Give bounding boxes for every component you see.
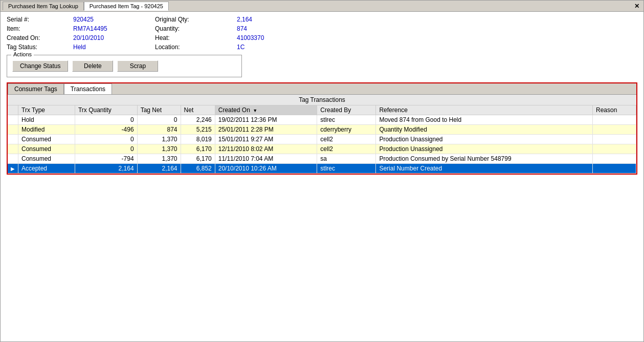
tag-net-cell: 1,370: [137, 135, 181, 144]
heat-value: 41003370: [237, 34, 319, 41]
created-on-label: Created On:: [7, 34, 73, 41]
info-grid: Serial #: 920425 Original Qty: 2,164 Ite…: [7, 16, 637, 51]
table-row[interactable]: Consumed01,3708,01915/01/2011 9:27 AMcel…: [8, 135, 636, 144]
title-bar: Purchased Item Tag Lookup Purchased Item…: [1, 1, 643, 12]
created-on-cell: 20/10/2010 10:26 AM: [215, 164, 317, 174]
item-value: RM7A14495: [73, 25, 155, 32]
created-by-cell: cderryberry: [317, 125, 376, 135]
trx-type-cell: Modified: [18, 125, 75, 135]
tag-net-cell: 874: [137, 125, 181, 135]
serial-label: Serial #:: [7, 16, 73, 23]
main-window: Purchased Item Tag Lookup Purchased Item…: [0, 0, 644, 342]
actions-box: Actions Change Status Delete Scrap: [7, 55, 242, 77]
trx-quantity-cell: 0: [75, 144, 137, 154]
scrap-button[interactable]: Scrap: [117, 60, 158, 72]
close-button[interactable]: ✕: [632, 3, 641, 10]
tag-net-cell: 0: [137, 115, 181, 125]
tag-net-cell: 2,164: [137, 164, 181, 174]
row-indicator: ▶: [8, 164, 18, 174]
net-cell: 6,852: [181, 164, 215, 174]
created-by-cell: cell2: [317, 144, 376, 154]
actions-legend: Actions: [11, 51, 34, 57]
created-on-cell: 11/11/2010 7:04 AM: [215, 154, 317, 164]
created-on-cell: 15/01/2011 9:27 AM: [215, 135, 317, 144]
tag-net-cell: 1,370: [137, 144, 181, 154]
col-trx-quantity: Trx Quantity: [75, 105, 137, 115]
tab-purchased-item-tag-920425[interactable]: Purchased Item Tag - 920425: [84, 2, 169, 11]
trx-quantity-cell: 0: [75, 115, 137, 125]
trx-quantity-cell: 2,164: [75, 164, 137, 174]
row-indicator: [8, 135, 18, 144]
reason-cell: [593, 164, 636, 174]
original-qty-value: 2,164: [237, 16, 319, 23]
row-indicator: [8, 154, 18, 164]
reason-cell: [593, 154, 636, 164]
reason-cell: [593, 135, 636, 144]
quantity-label: Quantity:: [155, 25, 237, 32]
tag-net-cell: 1,370: [137, 154, 181, 164]
net-cell: 2,246: [181, 115, 215, 125]
tag-status-label: Tag Status:: [7, 44, 73, 51]
trx-type-cell: Consumed: [18, 135, 75, 144]
table-row[interactable]: Modified-4968745,21525/01/2011 2:28 PMcd…: [8, 125, 636, 135]
table-row[interactable]: Consumed01,3706,17012/11/2010 8:02 AMcel…: [8, 144, 636, 154]
tab-consumer-tags[interactable]: Consumer Tags: [8, 83, 64, 94]
created-on-cell: 12/11/2010 8:02 AM: [215, 144, 317, 154]
reason-cell: [593, 115, 636, 125]
trx-type-cell: Consumed: [18, 154, 75, 164]
reference-cell: Moved 874 from Good to Held: [376, 115, 593, 125]
net-cell: 6,170: [181, 144, 215, 154]
col-created-by: Created By: [317, 105, 376, 115]
net-cell: 8,019: [181, 135, 215, 144]
col-created-on: Created On ▼: [215, 105, 317, 115]
table-row[interactable]: Hold002,24619/02/2011 12:36 PMstlrecMove…: [8, 115, 636, 125]
row-indicator: [8, 115, 18, 125]
panel-content: Tag Transactions Trx Type Trx Quantity T…: [8, 95, 636, 174]
change-status-button[interactable]: Change Status: [12, 60, 68, 72]
content-area: Serial #: 920425 Original Qty: 2,164 Ite…: [1, 12, 643, 341]
original-qty-label: Original Qty:: [155, 16, 237, 23]
net-cell: 6,170: [181, 154, 215, 164]
created-by-cell: stlrec: [317, 115, 376, 125]
quantity-value: 874: [237, 25, 319, 32]
created-by-cell: cell2: [317, 135, 376, 144]
tab-purchased-item-tag-lookup[interactable]: Purchased Item Tag Lookup: [3, 2, 84, 10]
trx-type-cell: Accepted: [18, 164, 75, 174]
reference-cell: Production Unassigned: [376, 135, 593, 144]
transactions-title: Tag Transactions: [8, 95, 636, 105]
trx-quantity-cell: -496: [75, 125, 137, 135]
trx-type-cell: Hold: [18, 115, 75, 125]
reason-cell: [593, 125, 636, 135]
col-trx-type: Trx Type: [18, 105, 75, 115]
tab-transactions[interactable]: Transactions: [64, 83, 112, 94]
tabs-bar: Purchased Item Tag Lookup Purchased Item…: [3, 2, 169, 10]
created-by-cell: sa: [317, 154, 376, 164]
created-on-cell: 19/02/2011 12:36 PM: [215, 115, 317, 125]
table-row[interactable]: Consumed-7941,3706,17011/11/2010 7:04 AM…: [8, 154, 636, 164]
item-label: Item:: [7, 25, 73, 32]
table-row[interactable]: ▶Accepted2,1642,1646,85220/10/2010 10:26…: [8, 164, 636, 174]
row-indicator: [8, 125, 18, 135]
panel-container: Consumer Tags Transactions Tag Transacti…: [7, 82, 637, 175]
col-tag-net: Tag Net: [137, 105, 181, 115]
reference-cell: Serial Number Created: [376, 164, 593, 174]
created-by-cell: stlrec: [317, 164, 376, 174]
action-buttons: Change Status Delete Scrap: [12, 60, 236, 72]
col-net: Net: [181, 105, 215, 115]
created-on-cell: 25/01/2011 2:28 PM: [215, 125, 317, 135]
reference-cell: Production Consumed by Serial Number 548…: [376, 154, 593, 164]
reference-cell: Quantity Modified: [376, 125, 593, 135]
tag-status-value: Held: [73, 44, 155, 51]
delete-button[interactable]: Delete: [72, 60, 113, 72]
col-reason: Reason: [593, 105, 636, 115]
heat-label: Heat:: [155, 34, 237, 41]
row-indicator: [8, 144, 18, 154]
net-cell: 5,215: [181, 125, 215, 135]
serial-value: 920425: [73, 16, 155, 23]
panel-tabs: Consumer Tags Transactions: [8, 83, 636, 95]
reference-cell: Production Unassigned: [376, 144, 593, 154]
col-reference: Reference: [376, 105, 593, 115]
trx-quantity-cell: 0: [75, 135, 137, 144]
location-value: 1C: [237, 44, 319, 51]
location-label: Location:: [155, 44, 237, 51]
